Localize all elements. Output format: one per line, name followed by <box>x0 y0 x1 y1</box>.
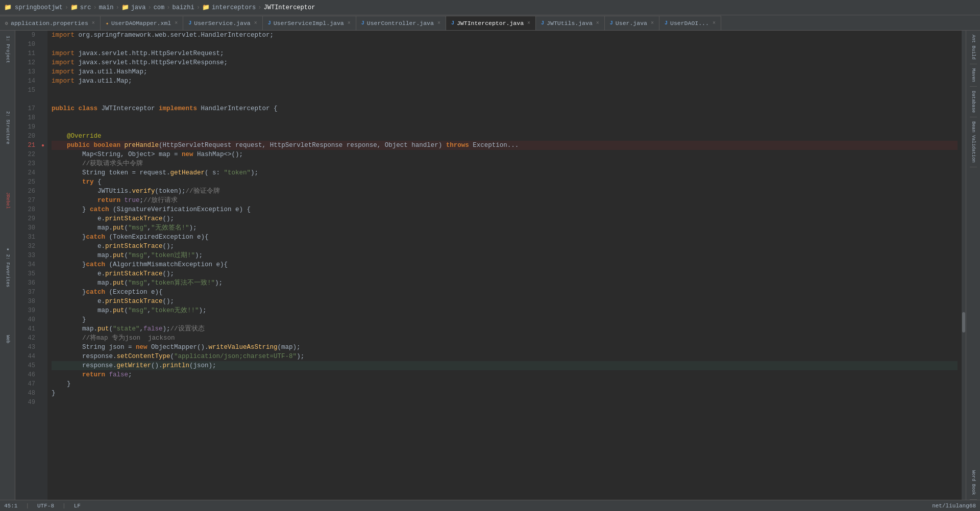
tab-userservice[interactable]: J UserService.java × <box>183 16 262 30</box>
right-database[interactable]: Database <box>970 87 977 117</box>
gutter-41 <box>38 324 47 334</box>
tab-icon-xml: ✦ <box>106 20 109 27</box>
scroll-thumb[interactable] <box>962 312 965 333</box>
gutter-9 <box>38 31 47 40</box>
code-line-29: e.printStackTrace(); <box>52 214 958 223</box>
gutter-24 <box>38 168 47 177</box>
breadcrumb-project-icon: 📁 <box>4 4 12 11</box>
code-line-13: import java.util.HashMap; <box>52 67 958 76</box>
gutter-17 <box>38 104 47 113</box>
breadcrumb-main[interactable]: main <box>99 4 114 11</box>
code-line-28: } catch (SignatureVerificationException … <box>52 205 958 214</box>
status-line-ending: LF <box>74 503 81 509</box>
gutter-28 <box>38 205 47 214</box>
gutter-40 <box>38 315 47 324</box>
code-line-34: }catch (AlgorithmMismatchException e){ <box>52 260 958 269</box>
tab-userdaomapper[interactable]: ✦ UserDAOMapper.xml × <box>101 16 183 30</box>
breadcrumb-java[interactable]: java <box>131 4 146 11</box>
gutter-31 <box>38 233 47 242</box>
gutter-22 <box>38 150 47 159</box>
code-line-20: @Override <box>52 132 958 141</box>
breadcrumb-src[interactable]: src <box>80 4 91 11</box>
breadcrumb-class[interactable]: JWTInterceptor <box>264 4 315 11</box>
tab-icon-userdaoi: J <box>665 20 668 26</box>
gutter-19 <box>38 122 47 132</box>
sidebar-web[interactable]: Web <box>4 332 11 346</box>
breadcrumb-folder-icon-6: 📁 <box>202 4 210 11</box>
tab-icon-jwtinterceptor: J <box>451 20 454 26</box>
gutter-37 <box>38 288 47 297</box>
tab-close-userdaoi[interactable]: × <box>713 20 716 26</box>
tab-userserviceimpl[interactable]: J UserServiceImpl.java × <box>263 16 356 30</box>
tab-close-props[interactable]: × <box>92 20 95 26</box>
code-line-17: public class JWTInterceptor implements H… <box>52 104 958 113</box>
code-line-18 <box>52 113 958 122</box>
code-line-30: map.put("msg","无效签名!"); <box>52 223 958 233</box>
sidebar-favorites[interactable]: ★ 2: Favorites <box>4 243 11 290</box>
gutter-21: ● <box>38 141 47 150</box>
tab-icon-jwtutils: J <box>541 20 544 26</box>
code-line-24: String token = request.getHeader( s: "to… <box>52 168 958 177</box>
tab-close-xml[interactable]: × <box>175 20 178 26</box>
code-line-10 <box>52 40 958 49</box>
right-maven[interactable]: Maven <box>970 64 977 87</box>
gutter-29 <box>38 214 47 223</box>
breadcrumb-interceptors[interactable]: interceptors <box>212 4 256 11</box>
tab-application-properties[interactable]: ⚙ application.properties × <box>0 16 101 30</box>
tab-close-usercontroller[interactable]: × <box>437 20 440 26</box>
left-sidebar: 1: Project 2: Structure JRebel ★ 2: Favo… <box>0 31 15 500</box>
code-line-43: String json = new ObjectMapper().writeVa… <box>52 343 958 352</box>
editor-area[interactable]: 9 10 11 12 13 14 15 17 18 19 20 21 22 23… <box>15 31 966 500</box>
breadcrumb-baizhi[interactable]: baizhi <box>172 4 194 11</box>
code-content: 9 10 11 12 13 14 15 17 18 19 20 21 22 23… <box>15 31 966 500</box>
right-sidebar: Ant Build Maven Database Bean Validation… <box>966 31 980 500</box>
tab-jwtutils[interactable]: J JWTUtils.java × <box>536 16 605 30</box>
breadcrumb-sep-1: › <box>65 4 68 11</box>
status-url: net/liulang68 <box>932 503 976 509</box>
right-word-book[interactable]: Word Book <box>970 466 977 500</box>
tab-userdaoi[interactable]: J UserDAOI... × <box>659 16 721 30</box>
code-line-14: import java.util.Map; <box>52 76 958 86</box>
gutter-14 <box>38 76 47 86</box>
tab-jwtinterceptor[interactable]: J JWTInterceptor.java × <box>446 16 536 30</box>
tab-label-userdaoi: UserDAOI... <box>670 20 709 27</box>
breadcrumb-com[interactable]: com <box>154 4 165 11</box>
right-bean-validation[interactable]: Bean Validation <box>970 117 977 167</box>
tab-close-jwtutils[interactable]: × <box>596 20 599 26</box>
code-line-23: //获取请求头中令牌 <box>52 159 958 168</box>
code-line-38: e.printStackTrace(); <box>52 297 958 306</box>
breadcrumb-sep-2: › <box>93 4 96 11</box>
tab-user[interactable]: J User.java × <box>605 16 659 30</box>
tab-label-userserviceimpl: UserServiceImpl.java <box>274 20 344 27</box>
tab-close-userservice[interactable]: × <box>254 20 257 26</box>
file-tabs: ⚙ application.properties × ✦ UserDAOMapp… <box>0 15 980 31</box>
code-line-12: import javax.servlet.http.HttpServletRes… <box>52 58 958 67</box>
breadcrumb-project[interactable]: springbootjwt <box>15 4 63 11</box>
tab-close-user[interactable]: × <box>651 20 654 26</box>
code-line-40: } <box>52 315 958 324</box>
tab-label-xml: UserDAOMapper.xml <box>111 20 171 27</box>
right-ant-build[interactable]: Ant Build <box>970 31 977 64</box>
gutter-47 <box>38 379 47 389</box>
sidebar-project[interactable]: 1: Project <box>4 33 11 66</box>
sidebar-jrebel[interactable]: JRebel <box>4 189 11 212</box>
gutter-27 <box>38 196 47 205</box>
status-encoding: UTF-8 <box>37 503 54 509</box>
tab-usercontroller[interactable]: J UserController.java × <box>356 16 446 30</box>
gutter-30 <box>38 223 47 233</box>
tab-close-userserviceimpl[interactable]: × <box>348 20 351 26</box>
code-lines[interactable]: import org.springframework.web.servlet.H… <box>47 31 962 500</box>
tab-label-props: application.properties <box>11 20 88 27</box>
gutter-33 <box>38 251 47 260</box>
tab-icon-userservice: J <box>188 20 191 26</box>
code-line-36: map.put("msg","token算法不一致!"); <box>52 278 958 288</box>
scroll-track[interactable] <box>962 31 966 500</box>
tab-icon-userserviceimpl: J <box>268 20 271 26</box>
gutter-26 <box>38 187 47 196</box>
gutter-32 <box>38 242 47 251</box>
code-line-blank <box>52 95 958 104</box>
code-line-32: e.printStackTrace(); <box>52 242 958 251</box>
code-line-9: import org.springframework.web.servlet.H… <box>52 31 958 40</box>
tab-close-jwtinterceptor[interactable]: × <box>527 20 530 26</box>
sidebar-structure[interactable]: 2: Structure <box>4 108 11 147</box>
